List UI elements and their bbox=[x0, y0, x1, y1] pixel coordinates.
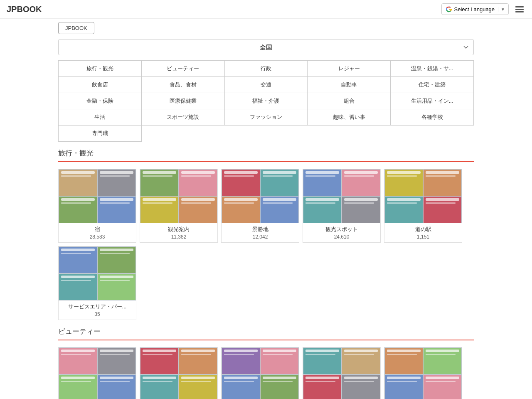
google-icon bbox=[445, 5, 453, 13]
section-title-beauty: ビューティー bbox=[58, 327, 474, 336]
header: JPBOOK Select Language ▼ bbox=[0, 0, 532, 19]
category-cell[interactable]: 専門職 bbox=[59, 126, 142, 142]
card-image-area bbox=[59, 169, 136, 223]
card-screenshot bbox=[342, 374, 380, 399]
category-cell[interactable]: 組合 bbox=[308, 93, 391, 109]
card-beauty-5[interactable] bbox=[384, 347, 462, 399]
card-count: 11,382 bbox=[140, 234, 217, 242]
card-screenshot bbox=[384, 169, 423, 196]
region-selector-wrap: 全国 北海道 東北 関東 中部 近畿 中国 四国 九州・沖縄 bbox=[58, 39, 474, 55]
card-screenshot bbox=[97, 246, 136, 273]
category-cell[interactable]: 交通 bbox=[225, 77, 308, 93]
category-cell[interactable]: 金融・保険 bbox=[59, 93, 142, 109]
card-screenshot bbox=[384, 196, 423, 223]
list-view-button[interactable] bbox=[514, 5, 525, 14]
category-cell[interactable]: 生活用品・イン... bbox=[391, 93, 474, 109]
card-screenshot bbox=[97, 169, 136, 196]
card-count: 35 bbox=[59, 311, 136, 320]
card-image-area bbox=[384, 169, 462, 223]
travel-card[interactable]: サービスエリア・パー...35 bbox=[58, 246, 136, 320]
card-screenshot bbox=[59, 347, 97, 374]
travel-card[interactable]: 景勝地12,042 bbox=[221, 169, 299, 243]
translate-button[interactable]: Select Language ▼ bbox=[441, 3, 509, 15]
category-cell[interactable]: 趣味、習い事 bbox=[308, 109, 391, 126]
category-cell[interactable]: スポーツ施設 bbox=[142, 109, 225, 126]
category-cell[interactable]: 福祉・介護 bbox=[225, 93, 308, 109]
category-cell[interactable]: 温泉・銭湯・サ... bbox=[391, 61, 474, 77]
tab-jpbook[interactable]: JPBOOK bbox=[58, 22, 94, 34]
card-count: 12,042 bbox=[222, 234, 299, 242]
travel-card[interactable]: 宿28,583 bbox=[58, 169, 136, 243]
region-select[interactable]: 全国 北海道 東北 関東 中部 近畿 中国 四国 九州・沖縄 bbox=[58, 39, 474, 55]
card-label: 宿 bbox=[59, 223, 136, 234]
card-screenshot bbox=[59, 169, 97, 196]
card-screenshot bbox=[222, 347, 260, 374]
category-cell[interactable]: 住宅・建築 bbox=[391, 77, 474, 93]
card-screenshot bbox=[179, 169, 217, 196]
card-beauty-2[interactable] bbox=[140, 347, 218, 399]
category-cell[interactable]: レジャー bbox=[308, 61, 391, 77]
card-screenshot bbox=[59, 273, 97, 300]
card-image-area bbox=[303, 169, 380, 223]
card-image-area bbox=[59, 246, 136, 300]
card-label: 観光スポット bbox=[303, 223, 380, 234]
card-screenshot bbox=[303, 169, 342, 196]
card-screenshot bbox=[260, 374, 299, 399]
section-travel: 旅行・観光 宿28,583観光案内11,382景勝地12,042観光スポット24… bbox=[58, 148, 474, 320]
category-cell[interactable]: 行政 bbox=[225, 61, 308, 77]
category-cell[interactable]: ファッション bbox=[225, 109, 308, 126]
header-right: Select Language ▼ bbox=[441, 3, 526, 15]
category-cell[interactable]: 医療保健業 bbox=[142, 93, 225, 109]
cards-grid-travel: 宿28,583観光案内11,382景勝地12,042観光スポット24,610道の… bbox=[58, 169, 474, 320]
card-screenshot bbox=[423, 196, 462, 223]
card-label: 道の駅 bbox=[384, 223, 462, 234]
translate-label: Select Language bbox=[454, 6, 495, 12]
category-cell[interactable]: 生活 bbox=[59, 109, 142, 126]
card-screenshot bbox=[303, 374, 342, 399]
card-beauty-3[interactable] bbox=[221, 347, 299, 399]
card-count: 1,151 bbox=[384, 234, 462, 242]
card-image-area bbox=[140, 169, 217, 223]
card-screenshot bbox=[423, 169, 462, 196]
card-screenshot bbox=[423, 374, 462, 399]
card-screenshot bbox=[384, 374, 423, 399]
card-count: 24,610 bbox=[303, 234, 380, 242]
card-screenshot bbox=[59, 374, 97, 399]
card-screenshot bbox=[59, 196, 97, 223]
card-screenshot bbox=[260, 169, 299, 196]
card-screenshot bbox=[179, 347, 217, 374]
category-cell[interactable]: 飲食店 bbox=[59, 77, 142, 93]
card-screenshot bbox=[140, 347, 179, 374]
site-logo[interactable]: JPBOOK bbox=[7, 5, 42, 14]
travel-card[interactable]: 観光スポット24,610 bbox=[303, 169, 381, 243]
card-beauty-1[interactable] bbox=[58, 347, 136, 399]
card-screenshot bbox=[384, 347, 423, 374]
card-label: サービスエリア・パー... bbox=[59, 300, 136, 311]
card-count: 28,583 bbox=[59, 234, 136, 242]
category-cell[interactable]: 自動車 bbox=[308, 77, 391, 93]
card-beauty-4[interactable] bbox=[303, 347, 381, 399]
card-label: 景勝地 bbox=[222, 223, 299, 234]
list-icon bbox=[515, 6, 524, 12]
cards-grid-beauty bbox=[58, 347, 474, 399]
category-grid: 旅行・観光ビューティー行政レジャー温泉・銭湯・サ...飲食店食品、食材交通自動車… bbox=[58, 60, 474, 142]
card-screenshot bbox=[97, 347, 136, 374]
card-screenshot bbox=[140, 196, 179, 223]
travel-card[interactable]: 道の駅1,151 bbox=[384, 169, 462, 243]
category-cell[interactable]: 各種学校 bbox=[391, 109, 474, 126]
card-screenshot bbox=[303, 347, 342, 374]
card-screenshot bbox=[179, 196, 217, 223]
card-screenshot bbox=[222, 169, 260, 196]
section-title-travel: 旅行・観光 bbox=[58, 148, 474, 158]
card-screenshot bbox=[59, 246, 97, 273]
card-screenshot bbox=[423, 347, 462, 374]
card-screenshot bbox=[303, 196, 342, 223]
travel-card[interactable]: 観光案内11,382 bbox=[140, 169, 218, 243]
category-cell[interactable]: ビューティー bbox=[142, 61, 225, 77]
category-cell[interactable]: 旅行・観光 bbox=[59, 61, 142, 77]
card-screenshot bbox=[342, 196, 380, 223]
category-cell[interactable]: 食品、食材 bbox=[142, 77, 225, 93]
section-divider bbox=[58, 161, 474, 162]
tab-bar: JPBOOK bbox=[0, 19, 532, 37]
card-label: 観光案内 bbox=[140, 223, 217, 234]
